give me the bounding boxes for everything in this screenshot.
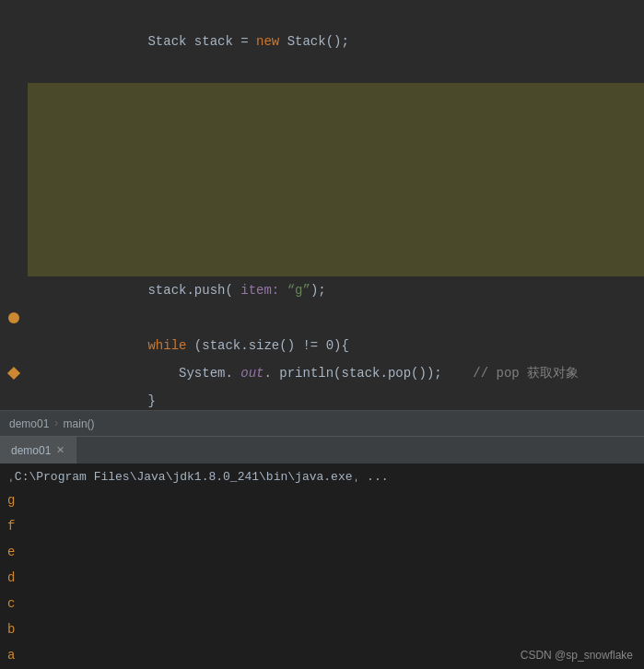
terminal-output-c: c bbox=[7, 591, 637, 616]
gutter-slot-13 bbox=[0, 332, 28, 359]
gutter-slot-14 bbox=[0, 359, 28, 387]
gutter-slot-9 bbox=[0, 221, 28, 249]
code-line-12: while (stack.size() != 0){ bbox=[28, 304, 644, 332]
gutter-slot-6 bbox=[0, 138, 28, 166]
terminal-area: ˌC:\Program Files\Java\jdk1.8.0_241\bin\… bbox=[0, 464, 644, 669]
watermark: CSDN @sp_snowflake bbox=[521, 649, 633, 662]
terminal-command: ˌC:\Program Files\Java\jdk1.8.0_241\bin\… bbox=[7, 470, 389, 484]
gutter-slot-12 bbox=[0, 304, 28, 332]
terminal-output-d: d bbox=[7, 565, 637, 591]
gutter-slot-1 bbox=[0, 0, 28, 28]
tab-label: demo01 bbox=[11, 444, 51, 457]
code-line-13: System. out. println(stack.pop()); // po… bbox=[28, 332, 644, 359]
gutter bbox=[0, 0, 28, 410]
terminal-output-b: b bbox=[7, 616, 637, 642]
editor-area: Stack stack = new Stack(); // 塞入对象 stack… bbox=[0, 0, 644, 410]
code-line-14: } bbox=[28, 359, 644, 387]
code-line-4: stack.push( item: “a”); bbox=[28, 83, 644, 111]
breakpoint-diamond bbox=[7, 367, 20, 380]
code-line-8: stack.push( item: “e”); bbox=[28, 194, 644, 221]
code-line-11 bbox=[28, 276, 644, 304]
gutter-slot-8 bbox=[0, 194, 28, 221]
tab-close-button[interactable]: ✕ bbox=[56, 444, 64, 456]
terminal-output-g: g bbox=[7, 487, 637, 513]
terminal-output-f: f bbox=[7, 513, 637, 539]
gutter-slot-11 bbox=[0, 276, 28, 304]
gutter-slot-2 bbox=[0, 28, 28, 55]
breadcrumb-sep: › bbox=[53, 417, 59, 430]
breadcrumb-bar: demo01 › main() bbox=[0, 410, 644, 436]
terminal-header: ˌC:\Program Files\Java\jdk1.8.0_241\bin\… bbox=[7, 469, 637, 484]
tab-bar: demo01 ✕ bbox=[0, 436, 644, 464]
code-line-6: stack.push( item: “c”); bbox=[28, 138, 644, 166]
code-line-9: stack.push( item: “f”); bbox=[28, 221, 644, 249]
gutter-slot-4 bbox=[0, 83, 28, 111]
code-line-1: Stack stack = new Stack(); bbox=[28, 0, 644, 28]
gutter-slot-10 bbox=[0, 249, 28, 276]
gutter-slot-5 bbox=[0, 111, 28, 138]
code-line-2 bbox=[28, 28, 644, 55]
breadcrumb-part2: main() bbox=[64, 417, 95, 430]
gutter-slot-7 bbox=[0, 166, 28, 194]
code-line-10: stack.push( item: “g”); bbox=[28, 249, 644, 276]
code-line-5: stack.push( item: “b”); bbox=[28, 111, 644, 138]
code-content: Stack stack = new Stack(); // 塞入对象 stack… bbox=[28, 0, 644, 387]
code-token: } bbox=[147, 393, 155, 408]
breakpoint-circle bbox=[8, 312, 19, 323]
breadcrumb-part1: demo01 bbox=[9, 417, 49, 430]
code-line-3: // 塞入对象 bbox=[28, 55, 644, 83]
gutter-slot-3 bbox=[0, 55, 28, 83]
tab-demo01[interactable]: demo01 ✕ bbox=[0, 437, 76, 464]
code-line-7: stack.push( item: “d”); bbox=[28, 166, 644, 194]
terminal-output-e: e bbox=[7, 539, 637, 565]
